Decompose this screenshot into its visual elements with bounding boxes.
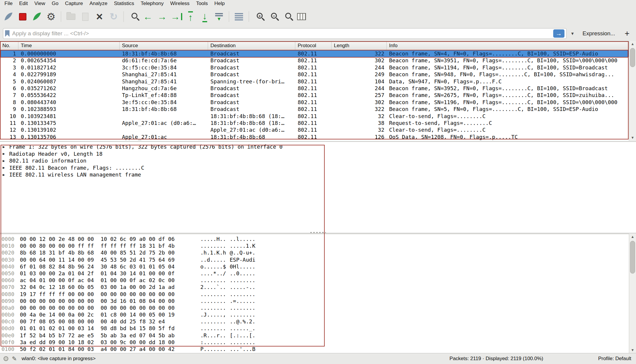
hex-row[interactable]: 00208b 68 18 31 bf 4b 8b 6840 00 85 51 2…: [0, 249, 629, 256]
close-file-button[interactable]: ×: [92, 9, 107, 24]
menu-file[interactable]: File: [1, 0, 16, 7]
filter-history-dropdown-icon[interactable]: [568, 28, 577, 39]
find-packet-button[interactable]: [126, 9, 141, 24]
hex-row[interactable]: 003000 00 64 00 11 14 00 0945 53 50 2d 4…: [0, 256, 629, 263]
menu-wireless[interactable]: Wireless: [167, 0, 193, 7]
column-header-info[interactable]: Info: [387, 41, 629, 50]
menu-tools[interactable]: Tools: [193, 0, 211, 7]
packet-list-scrollbar[interactable]: [629, 41, 636, 141]
hex-row[interactable]: 00d001 01 01 02 01 00 03 1498 d8 bd b4 1…: [0, 325, 629, 332]
scroll-down-icon[interactable]: [629, 347, 636, 353]
hex-row[interactable]: 00406f 01 08 82 84 8b 96 2430 48 6c 03 0…: [0, 263, 629, 270]
save-file-button[interactable]: [78, 9, 92, 24]
packet-row[interactable]: 90.10238859318:31:bf:4b:8b:68Broadcast80…: [0, 106, 629, 112]
hex-row[interactable]: 00b000 4a 0e 14 00 0a 00 2c01 c8 00 14 0…: [0, 311, 629, 318]
hex-row[interactable]: 008019 17 ff ff ff 00 00 0000 00 00 00 0…: [0, 291, 629, 298]
hex-row[interactable]: 009000 00 00 00 00 00 00 0000 3d 16 01 0…: [0, 298, 629, 304]
hex-row[interactable]: 010050 f2 02 01 01 84 00 03a4 00 00 27 a…: [0, 346, 629, 352]
zoom-normal-button[interactable]: [280, 9, 294, 24]
packet-row[interactable]: 50.024060087Shanghai_27:85:41Spanning-tr…: [0, 78, 629, 85]
hex-row[interactable]: 007032 04 0c 12 18 60 0b 0503 00 1a 00 0…: [0, 284, 629, 290]
expand-arrow-icon[interactable]: [3, 166, 7, 170]
next-packet-button[interactable]: →: [155, 9, 169, 24]
detail-line[interactable]: 802.11 radio information: [0, 157, 636, 164]
packet-bytes-scrollbar-thumb[interactable]: [630, 241, 635, 274]
packet-row[interactable]: 120.130139102Apple_27:01:ac (d0:a6:…802.…: [0, 126, 629, 133]
menu-edit[interactable]: Edit: [16, 0, 31, 7]
cell-destination: Spanning-tree-(for-bri…: [208, 78, 295, 85]
detail-line[interactable]: Frame 1: 322 bytes on wire (2576 bits), …: [0, 143, 636, 150]
column-header-no[interactable]: No.: [0, 41, 18, 50]
filter-bookmark-icon[interactable]: [5, 30, 9, 37]
auto-scroll-button[interactable]: ▾: [212, 9, 226, 24]
menu-view[interactable]: View: [31, 0, 49, 7]
hex-offset: 00c0: [1, 318, 16, 325]
goto-packet-button[interactable]: →: [169, 9, 183, 24]
hex-row[interactable]: 005001 03 00 00 2a 01 04 2f01 04 30 14 0…: [0, 270, 629, 277]
scroll-up-icon[interactable]: [629, 41, 636, 47]
expression-button[interactable]: Expression...: [578, 30, 619, 37]
previous-packet-button[interactable]: ←: [141, 9, 155, 24]
first-packet-button[interactable]: ↑: [183, 9, 198, 24]
resize-columns-button[interactable]: [294, 9, 309, 24]
column-header-length[interactable]: Length: [332, 41, 387, 50]
packet-row[interactable]: 80.0804437403e:f5:cc:0e:35:84Broadcast80…: [0, 99, 629, 106]
packet-bytes-scrollbar[interactable]: [629, 234, 636, 353]
packet-row[interactable]: 40.022799189Shanghai_27:85:41Broadcast80…: [0, 71, 629, 78]
column-header-destination[interactable]: Destination: [208, 41, 295, 50]
apply-filter-button[interactable]: [553, 29, 564, 38]
packet-row[interactable]: 60.035271262Hangzhou_cd:7a:6eBroadcast80…: [0, 85, 629, 92]
zoom-in-button[interactable]: +: [252, 9, 266, 24]
expert-info-icon[interactable]: [4, 356, 8, 361]
detail-line[interactable]: IEEE 802.11 wireless LAN management fram…: [0, 171, 636, 178]
packet-row[interactable]: 100.10392348118:31:bf:4b:8b:68 (18:…802.…: [0, 113, 629, 120]
hex-row[interactable]: 000000 00 12 00 2e 48 00 0010 02 6c 09 a…: [0, 236, 629, 242]
expand-arrow-icon[interactable]: [3, 173, 7, 177]
zoom-out-button[interactable]: −: [266, 9, 280, 24]
menu-statistics[interactable]: Statistics: [111, 0, 137, 7]
hex-row[interactable]: 00a000 00 00 00 00 00 00 0000 00 00 00 0…: [0, 304, 629, 311]
column-header-source[interactable]: Source: [120, 41, 208, 50]
expand-arrow-icon[interactable]: [3, 152, 7, 156]
menu-analyze[interactable]: Analyze: [86, 0, 110, 7]
expand-arrow-icon[interactable]: [3, 159, 7, 163]
column-header-time[interactable]: Time: [18, 41, 120, 50]
hex-row[interactable]: 00c000 7f 08 05 00 08 00 0000 40 dd 25 f…: [0, 318, 629, 325]
menu-telephony[interactable]: Telephony: [137, 0, 167, 7]
capture-comment-icon[interactable]: [12, 355, 17, 362]
menu-capture[interactable]: Capture: [62, 0, 86, 7]
menu-go[interactable]: Go: [48, 0, 62, 7]
add-filter-button[interactable]: +: [621, 29, 633, 38]
display-filter-input[interactable]: Apply a display filter ... <Ctrl-/>: [3, 28, 567, 39]
column-header-protocol[interactable]: Protocol: [295, 41, 332, 50]
packet-row[interactable]: 20.002654354d6:61:fe:cd:7a:6eBroadcast80…: [0, 57, 629, 64]
expand-arrow-icon[interactable]: [3, 145, 7, 149]
packet-row[interactable]: 70.055536422Tp-LinkT_ef:48:88Broadcast80…: [0, 92, 629, 98]
hex-row[interactable]: 00e01f 52 b4 b5 b7 72 ae e55b ab 3a ed 0…: [0, 332, 629, 339]
detail-line[interactable]: Radiotap Header v0, Length 18: [0, 150, 636, 158]
restart-capture-button[interactable]: [30, 9, 44, 24]
open-file-button[interactable]: [64, 9, 78, 24]
packet-list-scrollbar-thumb[interactable]: [630, 48, 635, 67]
reload-file-button[interactable]: ↻: [107, 9, 121, 24]
detail-line[interactable]: IEEE 802.11 Beacon frame, Flags: .......…: [0, 164, 636, 171]
profile-text[interactable]: Profile: Default: [598, 356, 632, 362]
packet-row[interactable]: 110.130133475Apple_27:01:ac (d0:a6:…18:3…: [0, 120, 629, 126]
packet-row[interactable]: 130.130135706Apple_27:01:ac18:31:bf:4b:8…: [0, 133, 629, 140]
hex-row[interactable]: 001000 00 80 00 00 00 ff ffff ff ff ff 1…: [0, 242, 629, 249]
menu-help[interactable]: Help: [211, 0, 228, 7]
colorize-button[interactable]: [232, 9, 246, 24]
hex-bytes: ac 04 01 00 00 0f ac 04: [20, 277, 95, 284]
last-packet-button[interactable]: ↓: [198, 9, 212, 24]
hex-row[interactable]: 0060ac 04 01 00 00 0f ac 0401 00 00 0f a…: [0, 277, 629, 284]
hex-ascii: ........: [230, 339, 258, 346]
stop-capture-button[interactable]: [15, 9, 30, 24]
packet-row[interactable]: 10.00000000018:31:bf:4b:8b:68Broadcast80…: [0, 50, 629, 57]
start-capture-button[interactable]: [1, 9, 15, 24]
pane-splitter-handle[interactable]: [310, 232, 326, 233]
scroll-up-icon[interactable]: [629, 234, 636, 240]
packet-row[interactable]: 30.0118271423c:f5:cc:0e:35:84Broadcast80…: [0, 64, 629, 71]
hex-row[interactable]: 00f03a ed dd 09 00 10 18 0203 00 9c 00 0…: [0, 339, 629, 346]
scroll-down-icon[interactable]: [629, 135, 636, 141]
capture-options-button[interactable]: ⚙: [44, 9, 58, 24]
